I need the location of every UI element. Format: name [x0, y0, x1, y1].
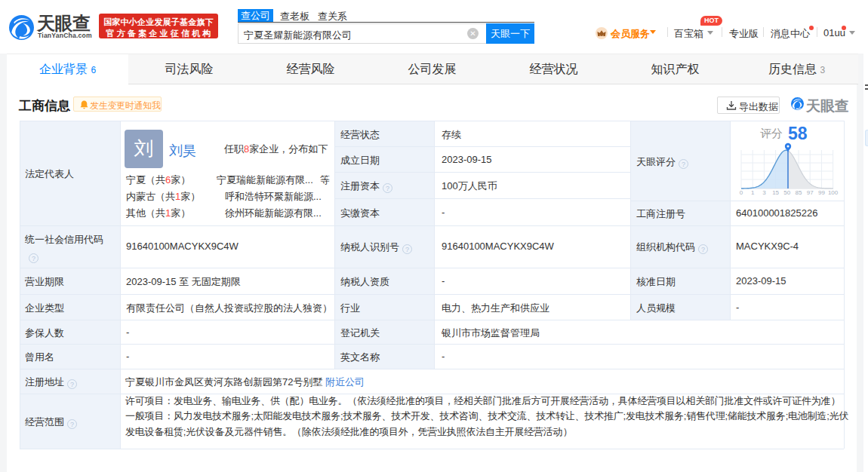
- svg-text:100: 100: [828, 189, 839, 195]
- svg-text:97: 97: [807, 189, 814, 195]
- svg-text:15: 15: [772, 189, 779, 195]
- svg-text:0: 0: [740, 189, 743, 195]
- svg-text:99: 99: [818, 189, 825, 195]
- svg-text:85: 85: [796, 189, 802, 195]
- svg-text:3: 3: [762, 189, 766, 195]
- svg-text:1: 1: [751, 189, 755, 195]
- svg-text:50: 50: [783, 189, 790, 195]
